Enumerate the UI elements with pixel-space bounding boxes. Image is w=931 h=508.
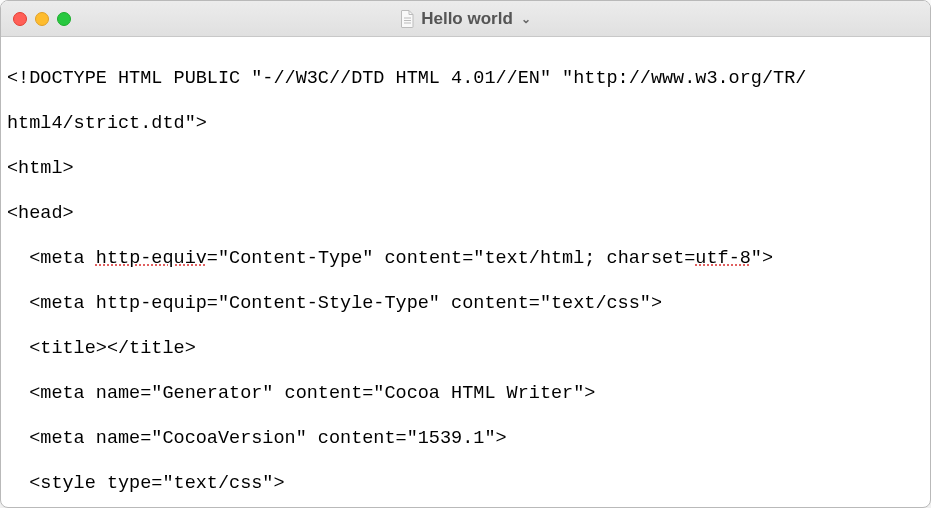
spell-underline: http-equiv (96, 248, 207, 269)
traffic-lights (1, 12, 71, 26)
spell-underline: utf-8 (695, 248, 751, 269)
editor-window: Hello world ⌄ <!DOCTYPE HTML PUBLIC "-//… (0, 0, 931, 508)
close-button[interactable] (13, 12, 27, 26)
minimize-button[interactable] (35, 12, 49, 26)
title-center: Hello world ⌄ (1, 9, 930, 29)
code-line: <style type="text/css"> (7, 473, 924, 496)
code-line: <!DOCTYPE HTML PUBLIC "-//W3C//DTD HTML … (7, 68, 924, 91)
titlebar[interactable]: Hello world ⌄ (1, 1, 930, 37)
text-editor-content[interactable]: <!DOCTYPE HTML PUBLIC "-//W3C//DTD HTML … (1, 37, 930, 507)
window-title: Hello world (421, 9, 513, 29)
code-line: <meta http-equip="Content-Style-Type" co… (7, 293, 924, 316)
code-line: <title></title> (7, 338, 924, 361)
code-line: html4/strict.dtd"> (7, 113, 924, 136)
code-line: <meta name="Generator" content="Cocoa HT… (7, 383, 924, 406)
zoom-button[interactable] (57, 12, 71, 26)
document-icon (400, 10, 415, 28)
code-line: <meta http-equiv="Content-Type" content=… (7, 248, 924, 271)
code-line: <head> (7, 203, 924, 226)
code-line: <html> (7, 158, 924, 181)
code-line: <meta name="CocoaVersion" content="1539.… (7, 428, 924, 451)
chevron-down-icon[interactable]: ⌄ (521, 12, 531, 26)
